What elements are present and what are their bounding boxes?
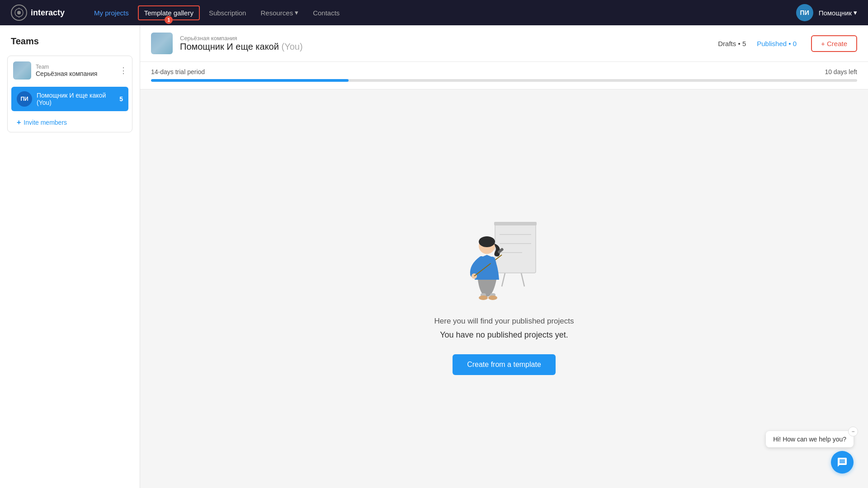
chat-bubble-wrapper: Hi! How can we help you? − xyxy=(766,431,854,447)
content-area: Серьёзная компания Помощник И еще какой … xyxy=(140,25,868,488)
project-logo xyxy=(151,33,173,54)
content-header: Серьёзная компания Помощник И еще какой … xyxy=(140,25,868,62)
nav-resources[interactable]: Resources ▾ xyxy=(255,6,304,19)
nav-my-projects[interactable]: My projects xyxy=(89,6,134,19)
trial-header: 14-days trial period 10 days left xyxy=(151,68,857,75)
trial-bar-fill xyxy=(151,79,349,82)
create-from-template-button[interactable]: Create from a template xyxy=(453,354,556,375)
svg-rect-6 xyxy=(495,223,536,273)
plus-icon: + xyxy=(17,118,21,127)
nav-right: ПИ Помощник ▾ xyxy=(796,4,857,21)
logo[interactable]: interacty xyxy=(11,5,74,21)
project-title: Помощник И еще какой (You) xyxy=(180,42,711,52)
create-button[interactable]: + Create xyxy=(811,35,857,52)
team-name: Серьёзная компания xyxy=(36,70,97,77)
navbar: interacty My projects Template gallery 1… xyxy=(0,0,868,25)
chat-bubble: Hi! How can we help you? xyxy=(766,431,854,447)
trial-progress-bar xyxy=(151,79,857,82)
main-layout: Teams Team Серьёзная компания ⋮ ПИ Помощ… xyxy=(0,25,868,488)
header-stats: Drafts • 5 Published • 0 xyxy=(718,40,797,47)
you-label-text: (You) xyxy=(281,42,302,52)
chat-open-button[interactable] xyxy=(831,451,854,474)
svg-point-12 xyxy=(479,236,495,247)
chat-close-button[interactable]: − xyxy=(848,427,858,436)
nav-subscription[interactable]: Subscription xyxy=(203,6,252,19)
drafts-stat: Drafts • 5 xyxy=(718,40,746,47)
logo-text: interacty xyxy=(31,8,65,18)
member-avatar: ПИ xyxy=(17,91,32,107)
empty-state: Here you will find your published projec… xyxy=(140,89,868,488)
nav-badge-template: 1 xyxy=(165,16,173,24)
svg-point-18 xyxy=(479,296,488,300)
project-info: Серьёзная компания Помощник И еще какой … xyxy=(180,35,711,52)
avatar: ПИ xyxy=(796,4,813,21)
team-header: Team Серьёзная компания ⋮ xyxy=(8,56,132,85)
user-menu[interactable]: Помощник ▾ xyxy=(819,9,857,17)
trial-section: 14-days trial period 10 days left xyxy=(140,62,868,89)
chat-widget: Hi! How can we help you? − xyxy=(766,431,854,474)
sidebar: Teams Team Серьёзная компания ⋮ ПИ Помощ… xyxy=(0,25,140,488)
team-menu-icon[interactable]: ⋮ xyxy=(119,66,127,75)
company-name: Серьёзная компания xyxy=(180,35,711,42)
published-stat[interactable]: Published • 0 xyxy=(757,40,797,47)
sidebar-title: Teams xyxy=(7,36,132,47)
invite-members-link[interactable]: + Invite members xyxy=(8,113,132,132)
member-name: Помощник И еще какой (You) xyxy=(37,92,115,106)
team-card: Team Серьёзная компания ⋮ ПИ Помощник И … xyxy=(7,56,132,132)
empty-title: Here you will find your published projec… xyxy=(434,317,574,326)
trial-days-left: 10 days left xyxy=(825,68,857,75)
illustration xyxy=(454,203,554,302)
svg-point-19 xyxy=(488,296,497,300)
nav-contacts[interactable]: Contacts xyxy=(307,6,345,19)
team-label: Team xyxy=(36,64,97,70)
nav-links: My projects Template gallery 1 Subscript… xyxy=(89,5,782,20)
user-chevron-icon: ▾ xyxy=(854,9,857,17)
empty-subtitle: You have no published projects yet. xyxy=(440,330,568,340)
member-count: 5 xyxy=(119,95,123,103)
chevron-down-icon: ▾ xyxy=(295,9,298,17)
nav-template-gallery[interactable]: Template gallery 1 xyxy=(138,5,200,20)
svg-rect-10 xyxy=(494,222,537,225)
logo-icon xyxy=(11,5,27,21)
member-item[interactable]: ПИ Помощник И еще какой (You) 5 xyxy=(11,87,128,111)
svg-point-1 xyxy=(17,11,21,14)
team-avatar xyxy=(13,61,31,80)
trial-label: 14-days trial period xyxy=(151,68,205,75)
